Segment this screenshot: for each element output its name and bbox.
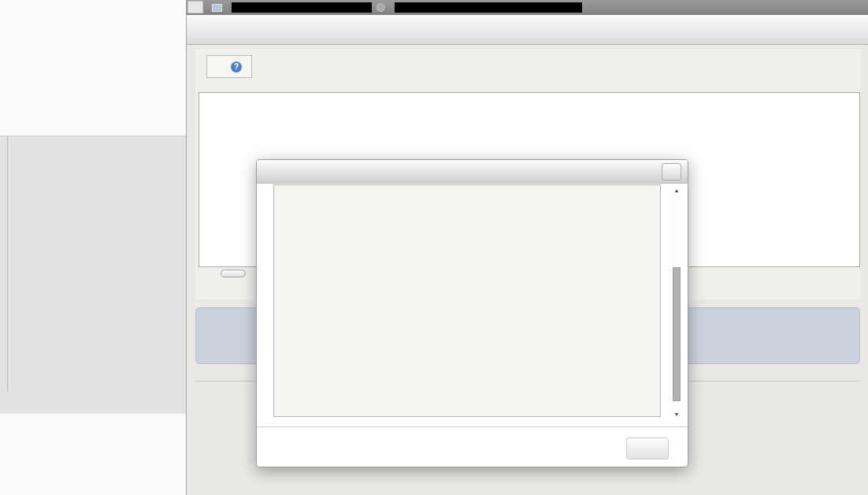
phpmyadmin-app: ? ▲ ▼: [0, 0, 868, 495]
editor-code[interactable]: [220, 93, 224, 266]
redacted-database-name: [395, 2, 582, 13]
clear-button[interactable]: [221, 270, 246, 277]
sql-query-legend: ?: [206, 55, 252, 78]
scroll-up-icon[interactable]: ▲: [672, 187, 681, 195]
help-icon[interactable]: ?: [231, 61, 242, 73]
dialog-titlebar[interactable]: [257, 160, 688, 184]
scroll-down-icon[interactable]: ▼: [672, 411, 681, 419]
redacted-server-name: [232, 2, 372, 13]
simulation-results: [273, 184, 661, 417]
dialog-title: [257, 166, 269, 177]
dialog-scrollbar[interactable]: ▲ ▼: [672, 187, 681, 419]
close-icon[interactable]: [662, 163, 681, 181]
dialog-body: ▲ ▼: [257, 184, 688, 467]
scrollbar-thumb[interactable]: [673, 267, 681, 401]
database-icon: [377, 3, 385, 12]
sidebar: [0, 0, 187, 495]
dialog-footer: [257, 426, 688, 467]
simulate-query-dialog: ▲ ▼: [256, 159, 688, 467]
breadcrumb: [187, 0, 868, 15]
editor-line-numbers: [199, 93, 220, 266]
back-button[interactable]: [187, 1, 203, 13]
nav-tabs: [187, 15, 868, 45]
sidebar-icon-row: [0, 9, 186, 23]
phpmyadmin-logo[interactable]: [0, 0, 186, 4]
database-tree-expanded: [0, 136, 186, 414]
close-button[interactable]: [626, 437, 669, 460]
server-icon: [212, 4, 222, 12]
